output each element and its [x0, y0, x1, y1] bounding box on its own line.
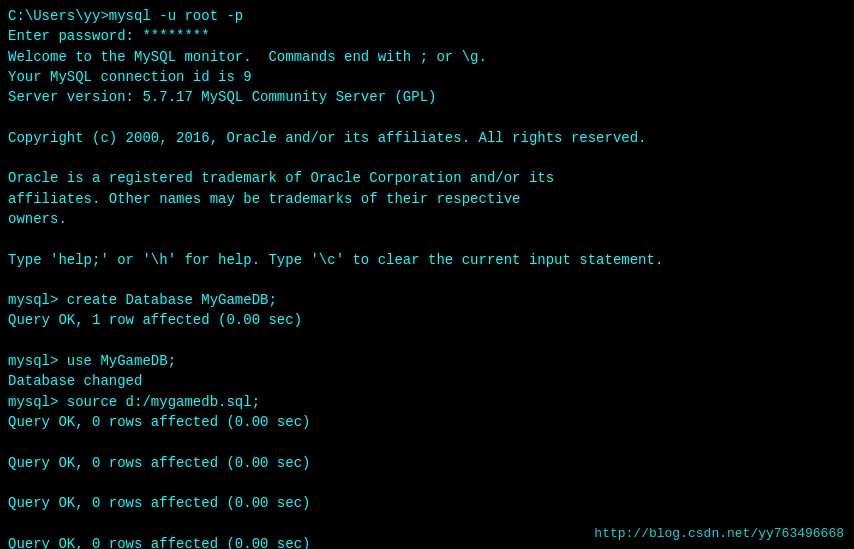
terminal-line: Enter password: ********: [8, 26, 846, 46]
terminal-line: [8, 148, 846, 168]
terminal-line: owners.: [8, 209, 846, 229]
terminal-line: affiliates. Other names may be trademark…: [8, 189, 846, 209]
terminal-line: Query OK, 0 rows affected (0.00 sec): [8, 493, 846, 513]
terminal-line: mysql> source d:/mygamedb.sql;: [8, 392, 846, 412]
terminal-line: Copyright (c) 2000, 2016, Oracle and/or …: [8, 128, 846, 148]
terminal-line: mysql> create Database MyGameDB;: [8, 290, 846, 310]
terminal-line: [8, 331, 846, 351]
terminal-line: [8, 473, 846, 493]
terminal-line: [8, 229, 846, 249]
terminal-line: Your MySQL connection id is 9: [8, 67, 846, 87]
terminal-line: Database changed: [8, 371, 846, 391]
watermark: http://blog.csdn.net/yy763496668: [594, 526, 844, 541]
terminal-output: C:\Users\yy>mysql -u root -pEnter passwo…: [8, 6, 846, 549]
terminal-line: [8, 270, 846, 290]
terminal-line: C:\Users\yy>mysql -u root -p: [8, 6, 846, 26]
terminal-line: Query OK, 1 row affected (0.00 sec): [8, 310, 846, 330]
terminal-line: Welcome to the MySQL monitor. Commands e…: [8, 47, 846, 67]
terminal-window: C:\Users\yy>mysql -u root -pEnter passwo…: [0, 0, 854, 549]
terminal-line: [8, 107, 846, 127]
terminal-line: Query OK, 0 rows affected (0.00 sec): [8, 412, 846, 432]
terminal-line: Server version: 5.7.17 MySQL Community S…: [8, 87, 846, 107]
terminal-line: [8, 432, 846, 452]
terminal-line: Type 'help;' or '\h' for help. Type '\c'…: [8, 250, 846, 270]
terminal-line: Query OK, 0 rows affected (0.00 sec): [8, 453, 846, 473]
terminal-line: Oracle is a registered trademark of Orac…: [8, 168, 846, 188]
terminal-line: mysql> use MyGameDB;: [8, 351, 846, 371]
